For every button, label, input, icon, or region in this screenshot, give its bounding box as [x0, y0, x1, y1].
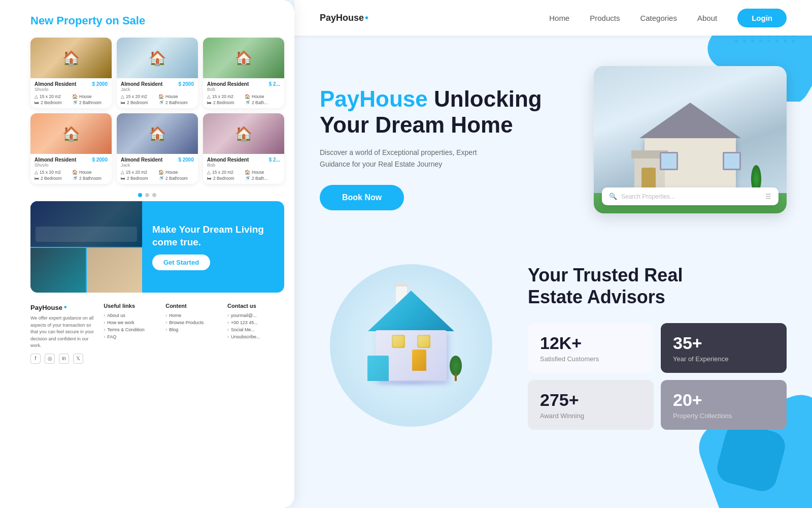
bath-icon: 🚿: [245, 100, 250, 105]
filter-icon[interactable]: ☰: [765, 193, 771, 200]
banner-image-bl: [30, 248, 86, 293]
prop-owner-3: Bob: [207, 87, 280, 92]
prop-name-4: Almond Resident: [35, 157, 76, 163]
banner-images-bottom: [30, 248, 142, 293]
dot-2[interactable]: [145, 193, 149, 197]
area-icon: △: [207, 170, 211, 175]
area-icon: △: [35, 94, 38, 99]
stat-label-3: Property Collections: [673, 412, 774, 420]
twitter-icon[interactable]: 𝕏: [73, 354, 83, 364]
stat-number-2: 275+: [540, 390, 641, 410]
footer-link-unsub[interactable]: Unsubscribe...: [227, 334, 284, 339]
house-icon: 🏠: [245, 94, 250, 99]
nav-link-products[interactable]: Products: [590, 14, 620, 22]
pagination-dots[interactable]: [0, 193, 294, 197]
footer-link-terms[interactable]: Terms & Condition: [104, 327, 160, 332]
footer-link-how[interactable]: How we work: [104, 320, 160, 325]
bath-icon: 🚿: [158, 176, 164, 181]
book-now-button[interactable]: Book Now: [320, 185, 404, 210]
footer-contact: Contact us yourmail@... +00 123 45... So…: [227, 303, 284, 364]
tree-trunk: [455, 373, 457, 381]
prop-price-3: $ 2...: [269, 81, 280, 87]
footer-link-email[interactable]: yourmail@...: [227, 313, 284, 318]
stat-label-2: Award Winning: [540, 412, 641, 420]
lp-header: New Property on Sale: [0, 0, 294, 33]
login-button[interactable]: Login: [737, 9, 787, 27]
stat-card-2: 275+ Award Winning: [528, 380, 654, 430]
stat-card-1: 35+ Year of Experience: [661, 323, 787, 373]
stat-number-1: 35+: [673, 333, 774, 353]
house-ground-shadow: [368, 379, 454, 387]
tree-top: [450, 356, 462, 376]
nav-link-categories[interactable]: Categories: [640, 14, 677, 22]
css-house-illustration: [365, 300, 457, 391]
footer-description: We offer expert guidance on all aspects …: [30, 315, 98, 350]
hero-section: PayHouse UnlockingYour Dream Home Discov…: [294, 36, 812, 229]
area-icon: △: [35, 170, 38, 175]
footer-link-home[interactable]: Home: [165, 313, 222, 318]
footer-content: Content Home Browse Products Blog: [165, 303, 222, 364]
house-icon: 🏠: [72, 94, 78, 99]
property-grid: 🏠 Almond Resident $ 2000 Shuvlo △15 x 20…: [0, 33, 294, 189]
property-image-6: 🏠: [203, 113, 284, 154]
prop-owner-2: Jack: [121, 87, 194, 92]
property-card-5[interactable]: 🏠 Almond Resident $ 2000 Jack △15 x 20 m…: [117, 113, 198, 184]
linkedin-icon[interactable]: in: [59, 354, 69, 364]
house-garage: [367, 356, 389, 381]
nav-link-home[interactable]: Home: [549, 14, 569, 22]
property-search-bar[interactable]: 🔍 Search Properties... ☰: [602, 187, 779, 205]
get-started-button[interactable]: Get Started: [152, 255, 210, 270]
house-icon: 🏠: [158, 170, 164, 175]
prop-details-6: △15 x 20 m2 🏠House 🛏2 Bedroom 🚿2 Bath...: [207, 170, 280, 181]
prop-owner-1: Shuvlo: [35, 87, 108, 92]
content-title: Content: [165, 303, 222, 309]
nav-links: Home Products Categories About: [549, 14, 717, 22]
footer-social: f ◎ in 𝕏: [30, 354, 98, 364]
footer-link-faq[interactable]: FAQ: [104, 334, 160, 339]
bed-icon: 🛏: [207, 176, 212, 181]
facebook-icon[interactable]: f: [30, 354, 41, 364]
prop-details-1: △15 x 20 m2 🏠House 🛏2 Bedroom 🚿2 Bathroo…: [35, 94, 108, 105]
footer-brand: PayHouse• We offer expert guidance on al…: [30, 303, 98, 364]
hero-subtext: Discover a world of Exceptional properti…: [320, 147, 482, 170]
footer-link-about[interactable]: About us: [104, 313, 160, 318]
prop-name-5: Almond Resident: [121, 157, 162, 163]
banner-image-top: [30, 201, 142, 247]
nav-brand-text: PayHouse: [320, 13, 364, 23]
area-icon: △: [207, 94, 211, 99]
search-icon: 🔍: [609, 193, 617, 200]
nav-brand: PayHouse•: [320, 12, 368, 24]
house-window-left: [392, 335, 405, 348]
title-text: New Property on: [30, 14, 119, 27]
banner-content: Make Your Dream Living come true. Get St…: [142, 201, 284, 293]
property-card-6[interactable]: 🏠 Almond Resident $ 2... Bob △15 x 20 m2…: [203, 113, 284, 184]
bath-icon: 🚿: [158, 100, 164, 105]
footer-link-blog[interactable]: Blog: [165, 327, 222, 332]
prop-price-1: $ 2000: [92, 81, 108, 87]
left-panel-title: New Property on Sale: [30, 14, 279, 27]
property-card-1[interactable]: 🏠 Almond Resident $ 2000 Shuvlo △15 x 20…: [30, 38, 112, 108]
instagram-icon[interactable]: ◎: [45, 354, 55, 364]
house-3d-area: [320, 254, 502, 437]
search-placeholder: Search Properties...: [621, 193, 761, 200]
hero-heading-highlight: PayHouse: [320, 86, 428, 111]
property-card-3[interactable]: 🏠 Almond Resident $ 2... Bob △15 x 20 m2…: [203, 38, 284, 108]
footer-link-social[interactable]: Social Me...: [227, 327, 284, 332]
house-roof: [368, 291, 454, 331]
property-image-3: 🏠: [203, 38, 284, 78]
footer-link-phone[interactable]: +00 123 45...: [227, 320, 284, 325]
prop-price-4: $ 2000: [92, 157, 108, 163]
house-door: [412, 350, 426, 371]
stats-grid: 12K+ Satisfied Customers 35+ Year of Exp…: [528, 323, 787, 430]
bed-icon: 🛏: [121, 176, 125, 181]
stat-card-0: 12K+ Satisfied Customers: [528, 323, 654, 373]
bed-icon: 🛏: [35, 176, 39, 181]
property-card-2[interactable]: 🏠 Almond Resident $ 2000 Jack △15 x 20 m…: [117, 38, 198, 108]
house-window-right: [417, 335, 430, 348]
nav-link-about[interactable]: About: [697, 14, 717, 22]
trusted-section: Your Trusted Real Estate Advisors 12K+ S…: [528, 254, 787, 430]
dot-3[interactable]: [152, 193, 156, 197]
dot-1[interactable]: [138, 193, 142, 197]
property-card-4[interactable]: 🏠 Almond Resident $ 2000 Shuvlo △15 x 20…: [30, 113, 112, 184]
footer-link-browse[interactable]: Browse Products: [165, 320, 222, 325]
